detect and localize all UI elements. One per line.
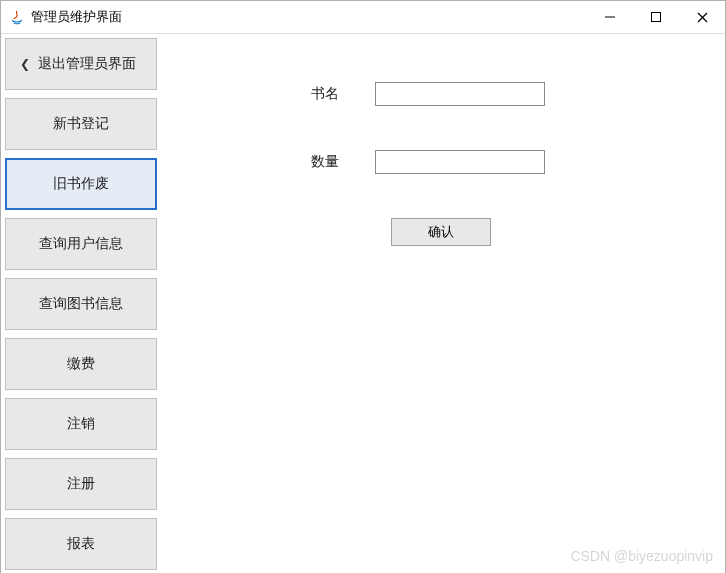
book-name-label: 书名	[311, 85, 361, 103]
minimize-button[interactable]	[587, 1, 633, 33]
form-row-quantity: 数量	[311, 150, 725, 174]
form-row-book-name: 书名	[311, 82, 725, 106]
book-name-input[interactable]	[375, 82, 545, 106]
confirm-button-label: 确认	[428, 223, 454, 241]
body-area: ❮ 退出管理员界面 新书登记 旧书作废 查询用户信息 查询图书信息 缴费 注销	[1, 34, 725, 573]
sidebar-item-label: 缴费	[67, 355, 95, 373]
chevron-left-icon: ❮	[20, 57, 30, 71]
titlebar: 管理员维护界面	[1, 1, 725, 34]
sidebar-item-discard-book[interactable]: 旧书作废	[5, 158, 157, 210]
maximize-button[interactable]	[633, 1, 679, 33]
sidebar-item-label: 新书登记	[53, 115, 109, 133]
sidebar-item-label: 查询用户信息	[39, 235, 123, 253]
sidebar-item-register[interactable]: 注册	[5, 458, 157, 510]
sidebar-item-exit-admin[interactable]: ❮ 退出管理员界面	[5, 38, 157, 90]
java-app-icon	[9, 9, 25, 25]
window-title: 管理员维护界面	[31, 8, 122, 26]
sidebar: ❮ 退出管理员界面 新书登记 旧书作废 查询用户信息 查询图书信息 缴费 注销	[1, 34, 161, 573]
quantity-label: 数量	[311, 153, 361, 171]
sidebar-item-label: 注销	[67, 415, 95, 433]
svg-rect-1	[652, 13, 661, 22]
content-panel: 书名 数量 确认	[161, 34, 725, 573]
sidebar-item-query-users[interactable]: 查询用户信息	[5, 218, 157, 270]
sidebar-item-register-book[interactable]: 新书登记	[5, 98, 157, 150]
sidebar-item-payment[interactable]: 缴费	[5, 338, 157, 390]
sidebar-item-label: 查询图书信息	[39, 295, 123, 313]
sidebar-item-query-books[interactable]: 查询图书信息	[5, 278, 157, 330]
close-button[interactable]	[679, 1, 725, 33]
quantity-input[interactable]	[375, 150, 545, 174]
sidebar-item-label: 退出管理员界面	[38, 55, 136, 73]
sidebar-item-label: 注册	[67, 475, 95, 493]
sidebar-item-label: 报表	[67, 535, 95, 553]
confirm-row: 确认	[391, 218, 725, 246]
confirm-button[interactable]: 确认	[391, 218, 491, 246]
sidebar-item-label: 旧书作废	[53, 175, 109, 193]
sidebar-item-logout[interactable]: 注销	[5, 398, 157, 450]
app-window: 管理员维护界面 ❮ 退出管理员界面 新书登记 旧书作废 查询用户信息	[0, 0, 726, 573]
sidebar-item-report[interactable]: 报表	[5, 518, 157, 570]
